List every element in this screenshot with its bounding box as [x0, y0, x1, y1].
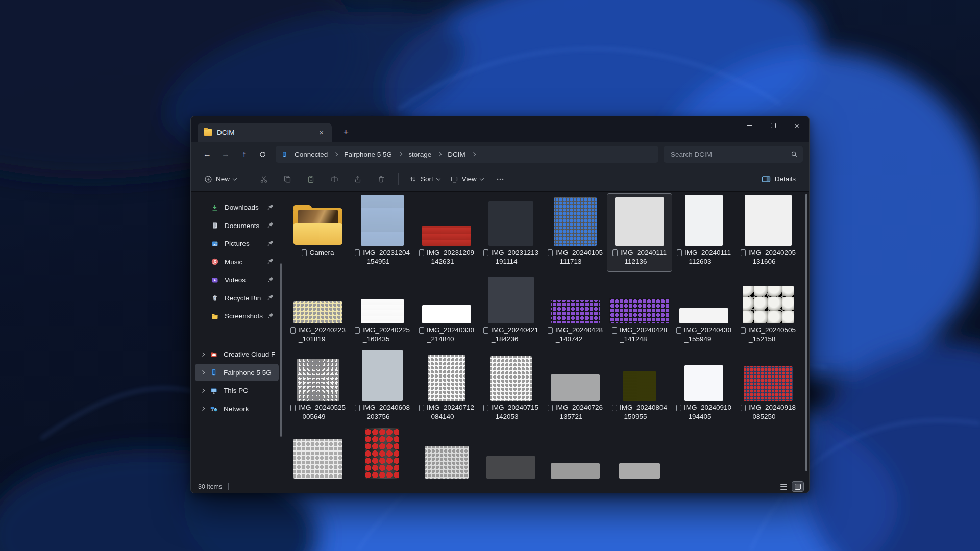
file-tile-img-20240225-160435[interactable]: IMG_20240225_160435 [350, 271, 414, 349]
share-button[interactable] [349, 171, 366, 187]
refresh-button[interactable] [253, 145, 272, 163]
copy-button[interactable] [279, 171, 296, 187]
forward-button[interactable]: → [216, 145, 235, 163]
image-thumbnail [685, 195, 723, 246]
paste-button[interactable] [302, 171, 320, 187]
file-tile-img-20231213-191114[interactable]: IMG_20231213_191114 [479, 194, 543, 271]
file-tile-img-20240205-131606[interactable]: IMG_20240205_131606 [736, 194, 800, 271]
file-tile-partial[interactable] [479, 427, 543, 480]
tab-close-icon[interactable]: × [316, 127, 327, 138]
file-name-line1: IMG_20240205 [748, 248, 796, 257]
rename-button[interactable] [326, 171, 343, 187]
file-tile-camera[interactable]: Camera [286, 194, 350, 271]
file-tile-partial[interactable] [414, 427, 479, 480]
file-type-icon [355, 405, 360, 411]
file-name-line1: IMG_20240804 [620, 403, 667, 412]
command-bar: New Sort [191, 166, 809, 192]
file-tile-partial[interactable] [543, 427, 607, 480]
file-type-icon [676, 405, 681, 411]
file-tile-img-20240712-084140[interactable]: IMG_20240712_084140 [414, 349, 479, 427]
file-tile-img-20240505-152158[interactable]: IMG_20240505_152158 [736, 271, 800, 349]
view-button[interactable]: View [445, 171, 488, 187]
file-tile-img-20240608-203756[interactable]: IMG_20240608_203756 [350, 349, 414, 427]
file-tile-img-20240428-141248[interactable]: IMG_20240428_141248 [607, 271, 672, 349]
chevron-right-icon[interactable] [201, 407, 205, 411]
file-name-line2: _150955 [620, 412, 667, 421]
file-tile-img-20240430-155949[interactable]: IMG_20240430_155949 [672, 271, 736, 349]
breadcrumb-segment-dcim[interactable]: DCIM [444, 149, 469, 160]
sidebar-item-documents[interactable]: Documents [195, 217, 279, 234]
file-name-line2: _141248 [620, 335, 667, 344]
breadcrumb-device-state[interactable]: Connected [291, 149, 331, 160]
file-name-line1: IMG_20240111 [684, 248, 731, 257]
cut-button[interactable] [255, 171, 273, 187]
file-tile-img-20240105-111713[interactable]: IMG_20240105_111713 [543, 194, 607, 271]
file-tile-img-20240525-005649[interactable]: IMG_20240525_005649 [286, 349, 350, 427]
file-name-line1: IMG_20240428 [620, 325, 667, 335]
sidebar-item-fairphone-5-5g[interactable]: Fairphone 5 5G [195, 364, 279, 381]
more-options-button[interactable] [492, 171, 509, 187]
tab-bar: DCIM × + × [191, 116, 809, 142]
file-tile-img-20240804-150955[interactable]: IMG_20240804_150955 [607, 349, 672, 427]
chevron-right-icon [471, 152, 475, 156]
details-view-toggle[interactable] [777, 481, 790, 492]
up-button[interactable]: ↑ [235, 145, 253, 163]
new-button[interactable]: New [199, 171, 241, 187]
sidebar-item-screenshots[interactable]: Screenshots [195, 308, 279, 325]
details-button[interactable]: Details [756, 171, 801, 187]
content-scrollbar[interactable] [805, 194, 807, 471]
file-tile-img-20240111-112136[interactable]: IMG_20240111_112136 [607, 194, 672, 271]
sidebar-item-videos[interactable]: Videos [195, 271, 279, 289]
tab-dcim[interactable]: DCIM × [198, 123, 332, 142]
file-tile-partial[interactable] [350, 427, 414, 480]
details-label: Details [775, 175, 796, 183]
sidebar-item-recycle-bin[interactable]: Recycle Bin [195, 289, 279, 307]
refresh-icon [259, 151, 266, 158]
file-type-icon [548, 327, 553, 334]
delete-button[interactable] [373, 171, 390, 187]
file-name-line2: _152158 [749, 335, 796, 344]
chevron-right-icon[interactable] [201, 388, 205, 392]
thumbnail-view-toggle[interactable] [792, 481, 804, 492]
image-thumbnail [679, 308, 728, 323]
file-tile-partial[interactable] [286, 427, 350, 480]
back-button[interactable]: ← [198, 145, 216, 163]
file-tile-img-20240918-085250[interactable]: IMG_20240918_085250 [736, 349, 800, 427]
sidebar-item-music[interactable]: Music [195, 253, 279, 270]
file-tile-partial[interactable] [607, 427, 672, 480]
file-tile-img-20240111-112603[interactable]: IMG_20240111_112603 [672, 194, 736, 271]
minimize-button[interactable] [737, 116, 761, 135]
sort-button[interactable]: Sort [404, 171, 445, 187]
close-button[interactable]: × [785, 116, 809, 135]
sidebar-scrollbar[interactable] [280, 263, 282, 437]
file-tile-img-20240910-194405[interactable]: IMG_20240910_194405 [672, 349, 736, 427]
maximize-button[interactable] [761, 116, 785, 135]
sidebar-item-pictures[interactable]: Pictures [195, 235, 279, 253]
sidebar-item-downloads[interactable]: Downloads [195, 199, 279, 216]
sidebar-item-this-pc[interactable]: This PC [195, 382, 279, 399]
breadcrumb-segment-storage[interactable]: storage [405, 149, 435, 160]
file-tile-img-20231209-142631[interactable]: IMG_20231209_142631 [414, 194, 479, 271]
folder-icon [210, 312, 219, 320]
search-input[interactable] [670, 150, 791, 159]
file-name-line1: IMG_20240111 [620, 248, 667, 257]
breadcrumb[interactable]: Connected Fairphone 5 5G storage DCIM [276, 146, 658, 163]
file-type-icon [290, 405, 296, 411]
image-thumbnail [422, 305, 471, 323]
new-tab-button[interactable]: + [339, 126, 353, 138]
image-thumbnail [609, 298, 670, 323]
image-thumbnail [365, 428, 399, 479]
sidebar-item-network[interactable]: Network [195, 400, 279, 417]
search-box[interactable] [664, 146, 803, 163]
chevron-right-icon[interactable] [201, 370, 205, 374]
file-tile-img-20240715-142053[interactable]: IMG_20240715_142053 [479, 349, 543, 427]
file-tile-img-20240330-214840[interactable]: IMG_20240330_214840 [414, 271, 479, 349]
chevron-right-icon[interactable] [201, 352, 205, 356]
file-tile-img-20231204-154951[interactable]: IMG_20231204_154951 [350, 194, 414, 271]
file-tile-img-20240726-135721[interactable]: IMG_20240726_135721 [543, 349, 607, 427]
sidebar-item-creative-cloud-f[interactable]: Creative Cloud F [195, 346, 279, 363]
breadcrumb-segment-device[interactable]: Fairphone 5 5G [340, 149, 396, 160]
file-tile-img-20240428-140742[interactable]: IMG_20240428_140742 [543, 271, 607, 349]
file-tile-img-20240223-101819[interactable]: IMG_20240223_101819 [286, 271, 350, 349]
file-tile-img-20240421-184236[interactable]: IMG_20240421_184236 [479, 271, 543, 349]
